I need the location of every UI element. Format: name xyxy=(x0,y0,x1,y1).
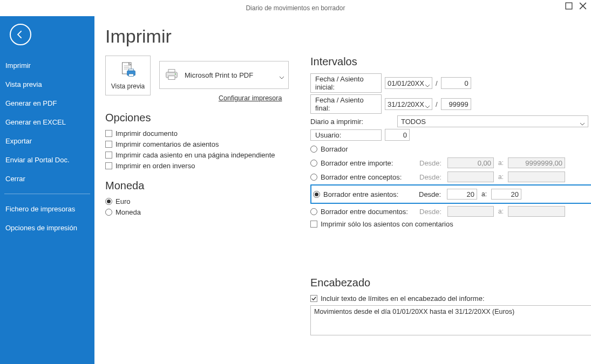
asientos-desde-input[interactable]: 20 xyxy=(447,189,477,200)
fecha-inicial-value: 01/01/20XX xyxy=(388,79,424,87)
asientos-a-input[interactable]: 20 xyxy=(491,189,521,200)
documentos-a-input[interactable] xyxy=(508,206,565,217)
document-printer-icon xyxy=(118,61,138,80)
sidebar-item-exportar[interactable]: Exportar xyxy=(0,132,94,150)
asiento-final-input[interactable]: 99999 xyxy=(441,98,471,110)
a-label: a: xyxy=(497,159,505,167)
diario-label: Diario a imprimir: xyxy=(310,118,394,126)
sidebar-item-enviar-portal[interactable]: Enviar al Portal Doc. xyxy=(0,150,94,169)
checkbox-icon xyxy=(105,152,112,159)
back-button[interactable] xyxy=(10,24,31,45)
radio-label: Borrador entre importe: xyxy=(321,159,393,167)
importe-a-input[interactable]: 9999999,00 xyxy=(508,157,565,168)
radio-label: Euro xyxy=(116,197,130,205)
checkbox-checked-icon xyxy=(310,295,317,302)
check-solo-comentarios[interactable]: Imprimir sólo los asientos con comentari… xyxy=(310,220,591,228)
encabezado-textarea[interactable] xyxy=(310,305,591,335)
sidebar: Imprimir Vista previa Generar en PDF Gen… xyxy=(0,16,94,364)
svg-rect-0 xyxy=(566,3,572,9)
diario-select[interactable]: TODOS xyxy=(397,115,588,127)
a-label: a: xyxy=(497,173,505,181)
radio-euro[interactable]: Euro xyxy=(105,197,289,205)
chevron-down-icon xyxy=(580,120,585,128)
radio-borrador[interactable]: Borrador xyxy=(310,145,416,153)
a-label: a: xyxy=(497,208,505,215)
page-title: Imprimir xyxy=(105,26,578,47)
sidebar-item-cerrar[interactable]: Cerrar xyxy=(0,169,94,188)
checkbox-icon xyxy=(105,162,112,169)
conceptos-a-input[interactable] xyxy=(508,171,565,182)
radio-icon xyxy=(310,160,317,167)
check-incluir-texto-limites[interactable]: Incluir texto de límites en el encabezad… xyxy=(310,294,591,303)
encabezado-title: Encabezado xyxy=(310,277,591,289)
vista-previa-button[interactable]: Vista previa xyxy=(105,56,151,95)
usuario-label: Usuario: xyxy=(310,129,382,141)
radio-borrador-importe[interactable]: Borrador entre importe: xyxy=(310,159,416,167)
fecha-final-value: 31/12/20XX xyxy=(388,100,424,108)
check-label: Incluir texto de límites en el encabezad… xyxy=(321,294,485,303)
radio-label: Moneda xyxy=(116,208,141,216)
slash-separator: / xyxy=(436,100,438,108)
check-label: Imprimir sólo los asientos con comentari… xyxy=(321,220,453,228)
opciones-title: Opciones xyxy=(105,112,289,124)
documentos-desde-input[interactable] xyxy=(447,206,494,217)
radio-borrador-asientos[interactable]: Borrador entre asientos: xyxy=(313,190,416,198)
check-imprimir-comentarios[interactable]: Imprimir comentarios de asientos xyxy=(105,140,289,148)
check-label: Imprimir comentarios de asientos xyxy=(116,140,219,148)
sidebar-item-imprimir[interactable]: Imprimir xyxy=(0,56,94,75)
desde-label: Desde: xyxy=(419,208,444,216)
radio-icon xyxy=(310,146,317,153)
check-label: Imprimir documento xyxy=(116,129,178,138)
printer-name: Microsoft Print to PDF xyxy=(185,71,253,79)
chevron-down-icon xyxy=(425,102,430,111)
slash-separator: / xyxy=(436,79,438,87)
a-label: a: xyxy=(480,190,488,198)
fecha-final-input[interactable]: 31/12/20XX xyxy=(385,98,432,110)
checkbox-icon xyxy=(105,130,112,137)
printer-select[interactable]: Microsoft Print to PDF xyxy=(159,61,289,89)
sidebar-item-vista-previa[interactable]: Vista previa xyxy=(0,75,94,94)
svg-rect-6 xyxy=(129,69,134,71)
conceptos-desde-input[interactable] xyxy=(447,171,494,182)
radio-label: Borrador xyxy=(321,145,348,153)
radio-borrador-conceptos[interactable]: Borrador entre conceptos: xyxy=(310,173,416,181)
window-title: Diario de movimientos en borrador xyxy=(246,4,345,12)
radio-moneda[interactable]: Moneda xyxy=(105,208,289,216)
check-label: Imprimir cada asiento en una página inde… xyxy=(116,151,275,159)
svg-point-11 xyxy=(175,73,176,74)
radio-icon xyxy=(105,209,112,216)
check-label: Imprimir en orden inverso xyxy=(116,162,195,170)
checkbox-icon xyxy=(310,221,317,228)
configurar-impresora-link[interactable]: Configurar impresora xyxy=(219,94,282,102)
moneda-title: Moneda xyxy=(105,180,289,192)
desde-label: Desde: xyxy=(419,159,444,167)
sidebar-item-generar-pdf[interactable]: Generar en PDF xyxy=(0,94,94,113)
window-maximize-icon[interactable] xyxy=(565,2,573,10)
fecha-inicial-label[interactable]: Fecha / Asiento inicial: xyxy=(310,73,382,93)
window-close-icon[interactable] xyxy=(579,2,587,10)
diario-value: TODOS xyxy=(401,118,426,126)
svg-rect-10 xyxy=(168,76,175,80)
svg-rect-9 xyxy=(168,70,175,72)
radio-label: Borrador entre documentos: xyxy=(321,208,408,216)
check-orden-inverso[interactable]: Imprimir en orden inverso xyxy=(105,162,289,170)
check-imprimir-documento[interactable]: Imprimir documento xyxy=(105,129,289,138)
svg-rect-7 xyxy=(129,74,134,77)
radio-borrador-documentos[interactable]: Borrador entre documentos: xyxy=(310,208,416,216)
radio-icon xyxy=(313,191,320,198)
printer-icon xyxy=(164,68,179,81)
chevron-down-icon xyxy=(425,81,430,90)
asiento-inicial-input[interactable]: 0 xyxy=(441,77,471,89)
sidebar-item-generar-excel[interactable]: Generar en EXCEL xyxy=(0,113,94,132)
radio-icon xyxy=(105,198,112,205)
radio-icon xyxy=(310,174,317,181)
vista-previa-label: Vista previa xyxy=(111,83,145,90)
usuario-input[interactable]: 0 xyxy=(385,129,410,141)
check-pagina-independiente[interactable]: Imprimir cada asiento en una página inde… xyxy=(105,151,289,159)
sidebar-item-opciones-impresion[interactable]: Opciones de impresión xyxy=(0,218,94,237)
fecha-inicial-input[interactable]: 01/01/20XX xyxy=(385,77,432,89)
chevron-down-icon xyxy=(280,73,284,81)
importe-desde-input[interactable]: 0,00 xyxy=(447,157,494,168)
sidebar-item-fichero-impresoras[interactable]: Fichero de impresoras xyxy=(0,200,94,218)
fecha-final-label[interactable]: Fecha / Asiento final: xyxy=(310,94,382,114)
